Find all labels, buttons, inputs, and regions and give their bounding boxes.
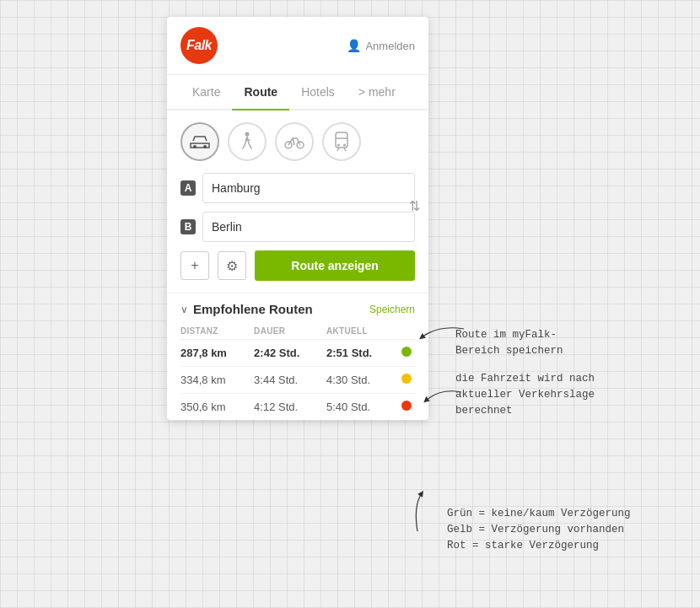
- routes-title-row: ∨ Empfohlene Routen: [180, 302, 313, 316]
- save-annotation: Route im myFalk- Bereich speichern: [455, 327, 590, 359]
- svg-point-2: [245, 132, 250, 137]
- distance-2: 334,8 km: [180, 367, 254, 394]
- legend-annotation: Grün = keine/kaum Verzögerung Gelb = Ver…: [447, 506, 633, 553]
- tab-karte[interactable]: Karte: [180, 75, 232, 109]
- legend-line-yellow: Gelb = Verzögerung vorhanden: [447, 522, 633, 538]
- legend-line-green: Grün = keine/kaum Verzögerung: [447, 506, 633, 522]
- tab-mehr[interactable]: > mehr: [347, 75, 407, 109]
- table-header-row: DISTANZ DAUER AKTUELL: [180, 323, 415, 340]
- table-row[interactable]: 334,8 km 3:44 Std. 4:30 Std.: [180, 367, 415, 394]
- svg-point-8: [343, 144, 346, 147]
- yellow-dot: [401, 374, 412, 384]
- routes-table: DISTANZ DAUER AKTUELL 287,8 km 2:42 Std.…: [180, 323, 415, 420]
- transport-bike-button[interactable]: [275, 122, 314, 161]
- login-link[interactable]: 👤 Anmelden: [347, 39, 415, 52]
- status-dot-3: [399, 394, 415, 421]
- save-note-text: Route im myFalk- Bereich speichern: [455, 329, 563, 357]
- to-row: B: [180, 212, 415, 242]
- transport-walk-button[interactable]: [228, 122, 267, 161]
- show-route-button[interactable]: Route anzeigen: [255, 250, 415, 281]
- routes-header: ∨ Empfohlene Routen Speichern: [180, 302, 415, 316]
- legend-arrow: [409, 489, 451, 540]
- to-input[interactable]: [202, 212, 415, 242]
- traffic-note-text: die Fahrzeit wird nach aktueller Verkehr…: [455, 373, 595, 417]
- routes-title: Empfohlene Routen: [193, 302, 313, 316]
- svg-point-1: [203, 145, 207, 148]
- tabs-bar: Karte Route Hotels > mehr: [167, 75, 428, 110]
- distance-1: 287,8 km: [180, 340, 254, 367]
- col-current: AKTUELL: [326, 323, 399, 340]
- routes-section: ∨ Empfohlene Routen Speichern DISTANZ DA…: [167, 293, 428, 420]
- duration-1: 2:42 Std.: [254, 340, 326, 367]
- transport-train-button[interactable]: [322, 122, 361, 161]
- from-input[interactable]: [202, 173, 415, 203]
- collapse-chevron[interactable]: ∨: [180, 304, 188, 315]
- tab-route[interactable]: Route: [232, 75, 289, 109]
- save-link[interactable]: Speichern: [369, 304, 415, 315]
- card-header: Falk 👤 Anmelden: [167, 17, 428, 75]
- svg-point-0: [193, 145, 197, 148]
- current-1: 2:51 Std.: [326, 340, 399, 367]
- status-dot-2: [399, 367, 415, 394]
- from-label: A: [180, 180, 196, 196]
- user-icon: 👤: [347, 39, 361, 52]
- settings-button[interactable]: ⚙: [218, 251, 246, 280]
- legend-line-red: Rot = starke Verzögerung: [447, 538, 633, 554]
- distance-3: 350,6 km: [180, 394, 254, 421]
- route-inputs: A B ⇅: [167, 173, 428, 242]
- add-waypoint-button[interactable]: +: [180, 251, 209, 280]
- transport-modes: [167, 110, 428, 173]
- from-row: A: [180, 173, 415, 203]
- col-distance: DISTANZ: [180, 323, 254, 340]
- transport-car-button[interactable]: [180, 122, 219, 161]
- swap-button[interactable]: ⇅: [405, 196, 423, 215]
- main-card: Falk 👤 Anmelden Karte Route Hotels > meh…: [167, 17, 428, 420]
- tab-hotels[interactable]: Hotels: [289, 75, 347, 109]
- duration-2: 3:44 Std.: [254, 367, 326, 394]
- action-row: + ⚙ Route anzeigen: [167, 250, 428, 293]
- to-label: B: [180, 219, 196, 234]
- current-2: 4:30 Std.: [326, 367, 399, 394]
- green-dot: [401, 347, 412, 357]
- current-3: 5:40 Std.: [326, 394, 399, 421]
- svg-point-7: [337, 144, 340, 147]
- falk-logo: Falk: [180, 27, 218, 64]
- red-dot: [401, 401, 412, 411]
- table-row[interactable]: 350,6 km 4:12 Std. 5:40 Std.: [180, 394, 415, 421]
- traffic-annotation: die Fahrzeit wird nach aktueller Verkehr…: [455, 371, 607, 418]
- col-duration: DAUER: [254, 323, 326, 340]
- duration-3: 4:12 Std.: [254, 394, 326, 421]
- table-row[interactable]: 287,8 km 2:42 Std. 2:51 Std.: [180, 340, 415, 367]
- login-label: Anmelden: [365, 40, 415, 52]
